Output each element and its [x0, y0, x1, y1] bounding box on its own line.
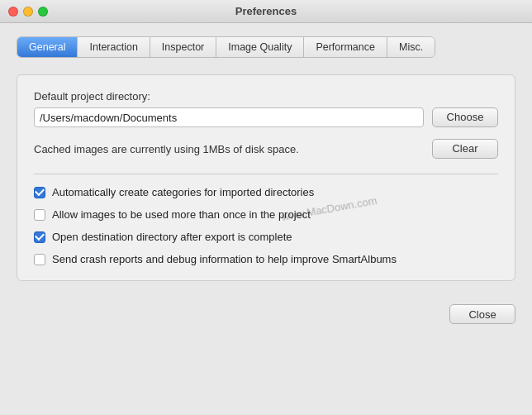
divider — [34, 174, 498, 174]
tab-inspector[interactable]: Inspector — [150, 37, 216, 57]
close-button[interactable] — [8, 7, 18, 17]
cache-text: Cached images are currently using 1MBs o… — [34, 143, 299, 155]
maximize-button[interactable] — [38, 7, 48, 17]
default-dir-input[interactable] — [34, 107, 424, 127]
close-button-footer[interactable]: Close — [449, 304, 515, 324]
titlebar: Preferences — [0, 0, 532, 23]
checkbox-row-open-dest-dir: Open destination directory after export … — [34, 231, 498, 243]
checkbox-crash-reports[interactable] — [34, 254, 45, 265]
tab-general[interactable]: General — [17, 37, 78, 57]
default-dir-label: Default project directory: — [34, 90, 498, 103]
checkbox-open-dest-dir-label: Open destination directory after export … — [52, 231, 292, 243]
tab-interaction[interactable]: Interaction — [78, 37, 150, 57]
tab-bar: General Interaction Inspector Image Qual… — [17, 36, 435, 58]
checkbox-open-dest-dir[interactable] — [34, 231, 45, 243]
general-panel: Default project directory: Choose Cached… — [17, 74, 515, 281]
checkbox-auto-categories-label: Automatically create categories for impo… — [52, 186, 314, 198]
tab-performance[interactable]: Performance — [304, 37, 387, 57]
window-title: Preferences — [235, 5, 297, 17]
footer: Close — [0, 294, 532, 331]
choose-button[interactable]: Choose — [432, 107, 498, 127]
minimize-button[interactable] — [23, 7, 33, 17]
checkbox-auto-categories[interactable] — [34, 187, 45, 198]
preferences-main: General Interaction Inspector Image Qual… — [0, 23, 532, 294]
cache-row: Cached images are currently using 1MBs o… — [34, 139, 498, 159]
traffic-lights — [8, 7, 48, 17]
checkbox-row-auto-categories: Automatically create categories for impo… — [34, 186, 498, 198]
checkbox-crash-reports-label: Send crash reports and debug information… — [52, 253, 397, 265]
tab-image-quality[interactable]: Image Quality — [216, 37, 304, 57]
clear-button[interactable]: Clear — [432, 139, 498, 159]
checkbox-allow-multi-use-label: Allow images to be used more than once i… — [52, 208, 311, 221]
dir-row: Choose — [34, 107, 498, 127]
tab-misc[interactable]: Misc. — [387, 37, 435, 57]
checkbox-row-allow-multi-use: Allow images to be used more than once i… — [34, 208, 498, 221]
checkbox-row-crash-reports: Send crash reports and debug information… — [34, 253, 498, 265]
checkbox-allow-multi-use[interactable] — [34, 209, 45, 221]
